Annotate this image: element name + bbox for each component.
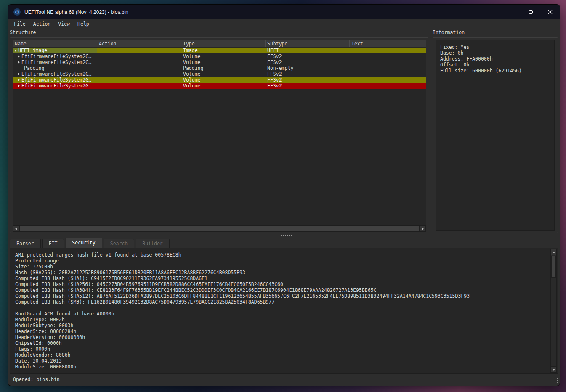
security-output-panel[interactable]: AMI protected ranges hash file v1 found … <box>10 248 558 374</box>
titlebar[interactable]: ⚙ UEFITool NE alpha 68 (Nov 4 2023) - bi… <box>8 5 560 19</box>
scroll-left-button[interactable] <box>13 226 19 231</box>
arrow-down-icon <box>553 369 555 371</box>
scroll-up-button[interactable] <box>551 249 556 255</box>
info-base: Base: 0h <box>440 50 554 56</box>
tree-row-volume-4-highlight-olive[interactable]: EfiFirmwareFileSystem2G… Volume FFSv2 <box>13 77 426 83</box>
information-panel[interactable]: Fixed: Yes Base: 0h Address: FFA00000h O… <box>436 40 555 231</box>
tab-parser[interactable]: Parser <box>10 239 41 248</box>
scrollbar-thumb[interactable] <box>551 256 556 278</box>
tab-security[interactable]: Security <box>65 238 102 248</box>
tab-search: Search <box>104 239 135 248</box>
menu-file[interactable]: File <box>10 20 29 28</box>
arrow-up-icon <box>553 252 555 253</box>
tab-builder: Builder <box>136 239 169 248</box>
column-header-name[interactable]: Name <box>13 40 97 47</box>
expander-right-icon[interactable] <box>18 79 20 81</box>
minimize-icon <box>509 12 514 12</box>
menu-help[interactable]: Help <box>74 20 93 28</box>
tree-header: Name Action Type Subtype Text <box>13 40 426 48</box>
text-vertical-scrollbar[interactable] <box>550 249 557 373</box>
tree-row-volume-5-highlight-red[interactable]: EfiFirmwareFileSystem2G… Volume FFSv2 <box>13 83 426 89</box>
tree-horizontal-scrollbar[interactable] <box>13 225 426 231</box>
arrow-left-icon <box>15 228 17 230</box>
menu-view[interactable]: View <box>54 20 74 28</box>
minimize-button[interactable] <box>502 5 521 19</box>
horizontal-splitter-handle[interactable] <box>281 235 292 236</box>
resize-grip[interactable] <box>552 377 558 383</box>
security-output-text: AMI protected ranges hash file v1 found … <box>15 252 548 372</box>
expander-right-icon[interactable] <box>18 73 20 75</box>
statusbar: Opened: bios.bin <box>8 373 560 386</box>
information-label: Information <box>433 29 465 35</box>
column-header-text[interactable]: Text <box>350 40 426 47</box>
tree-row-volume-1[interactable]: EfiFirmwareFileSystem2G… Volume FFSv2 <box>13 53 426 59</box>
tree-row-volume-2[interactable]: EfiFirmwareFileSystem2G… Volume FFSv2 <box>13 59 426 65</box>
arrow-right-icon <box>422 228 424 230</box>
information-groupbox: Fixed: Yes Base: 0h Address: FFA00000h O… <box>433 37 558 233</box>
tree-row-uefi-image[interactable]: UEFI image Image UEFI <box>13 48 426 53</box>
close-button[interactable] <box>540 5 560 19</box>
structure-label: Structure <box>10 29 36 35</box>
column-header-subtype[interactable]: Subtype <box>266 40 350 47</box>
info-offset: Offset: 0h <box>440 62 554 68</box>
maximize-button[interactable] <box>521 5 540 19</box>
structure-tree: Name Action Type Subtype Text UEFI image… <box>13 40 426 232</box>
expander-right-icon[interactable] <box>18 55 20 58</box>
close-icon <box>548 10 553 14</box>
tree-row-volume-3[interactable]: EfiFirmwareFileSystem2G… Volume FFSv2 <box>13 71 426 77</box>
structure-groupbox: Name Action Type Subtype Text UEFI image… <box>10 37 428 233</box>
expander-right-icon[interactable] <box>18 61 20 64</box>
tree-row-padding[interactable]: Padding Padding Non-empty <box>13 65 426 71</box>
scroll-down-button[interactable] <box>551 366 556 372</box>
scrollbar-thumb[interactable] <box>19 226 420 231</box>
column-header-type[interactable]: Type <box>181 40 266 47</box>
maximize-icon <box>529 10 533 14</box>
info-address: Address: FFA00000h <box>440 56 554 62</box>
uefitool-window: ⚙ UEFITool NE alpha 68 (Nov 4 2023) - bi… <box>8 4 560 386</box>
status-text: Opened: bios.bin <box>13 376 60 382</box>
expander-down-icon[interactable] <box>14 50 17 52</box>
column-header-action[interactable]: Action <box>97 40 181 47</box>
vertical-splitter-handle[interactable] <box>430 129 430 137</box>
tab-fit[interactable]: FIT <box>42 239 64 248</box>
menu-action[interactable]: Action <box>29 20 55 28</box>
app-gear-icon: ⚙ <box>13 8 21 16</box>
info-full-size: Full size: 600000h (6291456) <box>440 68 554 74</box>
expander-right-icon[interactable] <box>18 85 20 87</box>
info-fixed: Fixed: Yes <box>440 44 554 50</box>
scroll-right-button[interactable] <box>420 226 426 231</box>
message-tabbar: Parser FIT Security Search Builder <box>10 238 171 248</box>
window-title: UEFITool NE alpha 68 (Nov 4 2023) - bios… <box>24 9 128 15</box>
menubar: File Action View Help <box>8 19 560 28</box>
